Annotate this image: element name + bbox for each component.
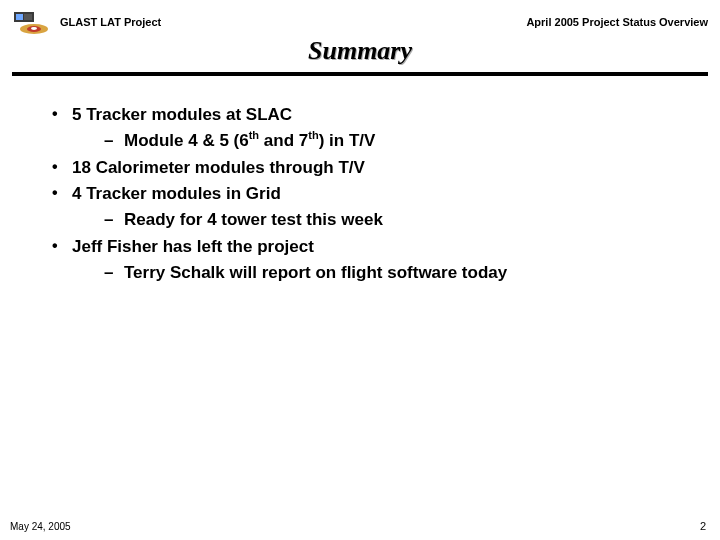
bullet-3a: Ready for 4 tower test this week	[72, 207, 690, 233]
bullet-text: Module 4 & 5 (6	[124, 131, 249, 150]
bullet-list: 5 Tracker modules at SLAC Module 4 & 5 (…	[46, 102, 690, 286]
svg-rect-2	[24, 14, 32, 20]
slide-title: Summary	[0, 36, 720, 66]
slide: GLAST LAT Project April 2005 Project Sta…	[0, 0, 720, 540]
bullet-text: ) in T/V	[319, 131, 376, 150]
bullet-text: Ready for 4 tower test this week	[124, 210, 383, 229]
header-left: GLAST LAT Project	[12, 8, 161, 36]
glast-logo-icon	[12, 8, 52, 36]
bullet-text: Terry Schalk will report on flight softw…	[124, 263, 507, 282]
bullet-text: 18 Calorimeter modules through T/V	[72, 158, 365, 177]
project-name: GLAST LAT Project	[60, 16, 161, 28]
bullet-text: Jeff Fisher has left the project	[72, 237, 314, 256]
bullet-4a: Terry Schalk will report on flight softw…	[72, 260, 690, 286]
svg-point-5	[31, 27, 37, 30]
bullet-text: and 7	[259, 131, 308, 150]
bullet-text: 5 Tracker modules at SLAC	[72, 105, 292, 124]
ordinal-sup: th	[249, 130, 259, 142]
header-bar: GLAST LAT Project April 2005 Project Sta…	[0, 0, 720, 38]
bullet-1a: Module 4 & 5 (6th and 7th) in T/V	[72, 128, 690, 154]
status-title: April 2005 Project Status Overview	[526, 16, 708, 28]
bullet-1: 5 Tracker modules at SLAC Module 4 & 5 (…	[46, 102, 690, 155]
content-area: 5 Tracker modules at SLAC Module 4 & 5 (…	[0, 76, 720, 286]
footer-date: May 24, 2005	[10, 521, 71, 532]
ordinal-sup: th	[308, 130, 318, 142]
bullet-4: Jeff Fisher has left the project Terry S…	[46, 234, 690, 287]
footer-page-number: 2	[700, 520, 706, 532]
bullet-3: 4 Tracker modules in Grid Ready for 4 to…	[46, 181, 690, 234]
svg-rect-1	[16, 14, 23, 20]
bullet-text: 4 Tracker modules in Grid	[72, 184, 281, 203]
bullet-2: 18 Calorimeter modules through T/V	[46, 155, 690, 181]
